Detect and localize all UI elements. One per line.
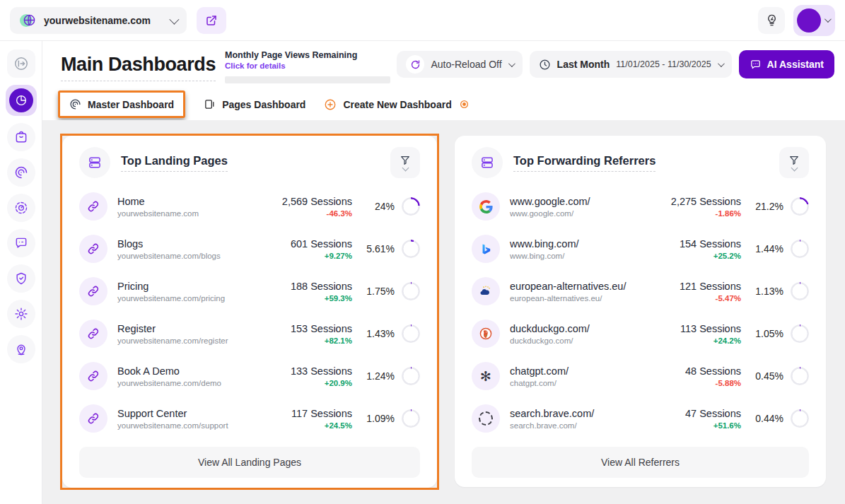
- widget-icon: [472, 147, 503, 178]
- sessions-value: 47 Sessions: [649, 408, 741, 419]
- view-all-landing-pages-button[interactable]: View All Landing Pages: [79, 447, 420, 478]
- external-link-icon: [205, 14, 218, 27]
- sessions-change: -1.86%: [649, 209, 741, 218]
- row-icon: [472, 235, 500, 263]
- card-title: Top Landing Pages: [121, 154, 228, 172]
- view-all-referrers-button[interactable]: View All Referrers: [472, 447, 809, 478]
- filter-button[interactable]: [779, 147, 809, 178]
- row-name: Blogs: [117, 238, 221, 250]
- tab-pages-dashboard[interactable]: Pages Dashboard: [204, 98, 305, 110]
- date-range-label: Last Month: [557, 59, 610, 70]
- ai-assistant-button[interactable]: AI Assistant: [739, 50, 834, 78]
- table-row[interactable]: Registeryourwebsitename.com/register153 …: [79, 312, 420, 355]
- table-row[interactable]: search.brave.com/search.brave.com/47 Ses…: [472, 397, 809, 440]
- sidebar-item-feedback[interactable]: [7, 229, 35, 257]
- donut-chart: [791, 367, 809, 385]
- chatgpt-icon: ✻: [480, 370, 491, 383]
- sidebar-item-session-recordings[interactable]: [7, 194, 35, 222]
- auto-reload-dropdown[interactable]: Auto-Reload Off: [397, 51, 522, 78]
- page-views-remaining: Monthly Page Views Remaining Click for d…: [225, 50, 390, 83]
- sessions-value: 117 Sessions: [260, 408, 352, 419]
- table-row[interactable]: european-alternatives.eu/european-altern…: [472, 270, 809, 312]
- create-new-dashboard-button[interactable]: Create New Dashboard: [324, 98, 468, 111]
- percent-value: 0.44%: [755, 413, 783, 424]
- sessions-change: +20.9%: [260, 379, 352, 387]
- table-row[interactable]: Blogsyourwebsitename.com/blogs601 Sessio…: [79, 228, 420, 270]
- sessions-change: +59.3%: [260, 294, 352, 303]
- location-pin-icon: [14, 342, 28, 356]
- recording-lens-icon: [14, 201, 28, 215]
- table-row[interactable]: duckduckgo.com/duckduckgo.com/113 Sessio…: [472, 312, 809, 355]
- table-row[interactable]: www.google.com/www.google.com/2,275 Sess…: [472, 185, 809, 228]
- row-name: search.brave.com/: [510, 408, 594, 419]
- sessions-change: -5.88%: [649, 379, 741, 387]
- row-icon: ✻: [472, 362, 500, 390]
- table-row[interactable]: ✻chatgpt.com/chatgpt.com/48 Sessions-5.8…: [472, 355, 809, 397]
- chevron-down-icon: [508, 60, 515, 67]
- row-url: yourwebsitename.com: [117, 209, 199, 218]
- chevron-down-icon: [169, 14, 179, 24]
- brave-search-icon: [479, 411, 493, 426]
- sidebar-toggle-icon[interactable]: [7, 49, 35, 78]
- sidebar-item-ecommerce[interactable]: [7, 123, 35, 151]
- table-row[interactable]: Pricingyourwebsitename.com/pricing188 Se…: [79, 270, 420, 312]
- sidebar-item-behaviour[interactable]: [7, 158, 35, 187]
- sessions-change: -46.3%: [260, 209, 352, 218]
- percent-value: 1.13%: [755, 286, 783, 297]
- date-range-picker[interactable]: Last Month 11/01/2025 - 11/30/2025: [530, 51, 732, 78]
- donut-chart: [402, 367, 420, 385]
- dashboard-content: Top Landing Pages Homeyourwebsitename.co…: [42, 120, 845, 504]
- percent-value: 1.43%: [366, 328, 395, 339]
- sessions-change: +24.5%: [260, 421, 352, 430]
- donut-chart: [791, 240, 809, 258]
- ai-assistant-label: AI Assistant: [767, 59, 824, 70]
- donut-chart: [402, 324, 420, 343]
- website-selector[interactable]: yourwebsitename.com: [10, 7, 187, 34]
- link-icon: [87, 285, 100, 298]
- row-name: european-alternatives.eu/: [510, 281, 626, 292]
- open-website-button[interactable]: [197, 7, 226, 34]
- page-views-progress-bar: [225, 76, 390, 83]
- pie-chart-icon: [9, 88, 33, 112]
- chat-bubble-icon: [14, 236, 28, 250]
- row-url: yourwebsitename.com/demo: [117, 379, 221, 387]
- account-menu[interactable]: [793, 5, 835, 36]
- bing-icon: [480, 243, 492, 255]
- target-dot-icon: [460, 100, 469, 109]
- dashboard-tabs: Master Dashboard Pages Dashboard Create …: [58, 90, 469, 118]
- sidebar-item-privacy[interactable]: [7, 264, 35, 293]
- link-icon: [87, 327, 100, 340]
- click-for-details-link[interactable]: Click for details: [225, 61, 390, 70]
- row-name: www.google.com/: [510, 196, 590, 207]
- table-row[interactable]: Homeyourwebsitename.com2,569 Sessions-46…: [79, 185, 420, 228]
- table-row[interactable]: Support Centeryourwebsitename.com/suppor…: [79, 397, 420, 440]
- sessions-value: 2,275 Sessions: [649, 196, 741, 207]
- sidebar-item-visitor-location[interactable]: [7, 335, 35, 363]
- table-row[interactable]: Book A Demoyourwebsitename.com/demo133 S…: [79, 355, 420, 397]
- donut-chart: [791, 197, 809, 216]
- tab-master-dashboard[interactable]: Master Dashboard: [58, 90, 185, 118]
- sidebar-item-settings[interactable]: [7, 300, 35, 328]
- row-name: Support Center: [117, 408, 228, 419]
- sidebar-item-dashboards[interactable]: [6, 85, 37, 116]
- tips-button[interactable]: [758, 7, 785, 34]
- link-icon: [87, 200, 100, 213]
- ai-chat-icon: [750, 59, 762, 71]
- tab-label: Pages Dashboard: [222, 99, 305, 110]
- row-name: Home: [117, 196, 199, 207]
- sessions-change: -5.47%: [649, 294, 741, 303]
- landing-pages-list: Homeyourwebsitename.com2,569 Sessions-46…: [79, 185, 420, 440]
- percent-value: 1.75%: [366, 286, 395, 297]
- chevron-down-icon: [824, 16, 832, 23]
- filter-button[interactable]: [390, 147, 420, 178]
- row-icon: [472, 404, 500, 433]
- google-icon: [479, 200, 493, 213]
- row-url: yourwebsitename.com/support: [117, 421, 228, 430]
- sidebar: [0, 41, 42, 504]
- donut-chart: [402, 409, 420, 428]
- duckduckgo-icon: [479, 327, 493, 341]
- table-row[interactable]: www.bing.com/www.bing.com/154 Sessions+2…: [472, 228, 809, 270]
- top-landing-pages-card: Top Landing Pages Homeyourwebsitename.co…: [62, 136, 437, 488]
- sessions-value: 48 Sessions: [649, 365, 741, 377]
- row-icon: [472, 320, 500, 348]
